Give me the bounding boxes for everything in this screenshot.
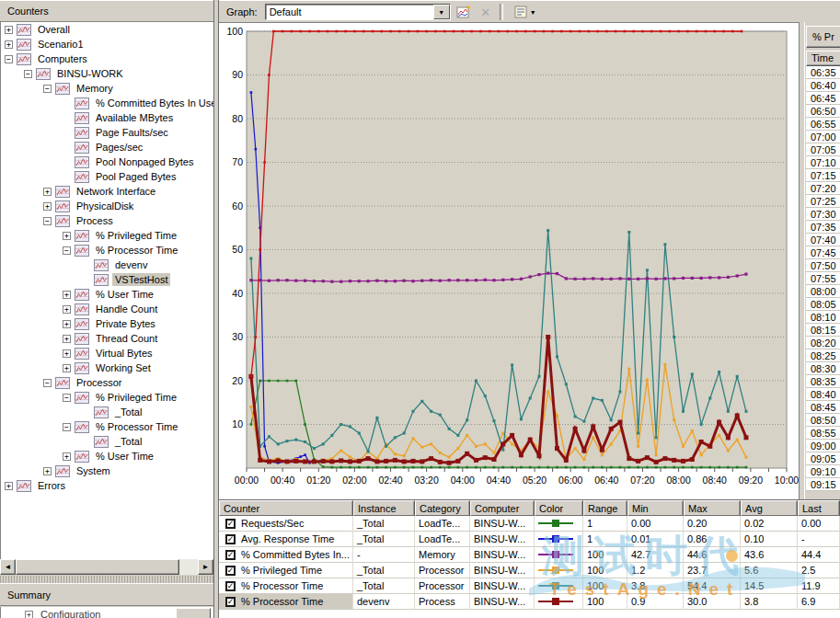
time-row[interactable]: 08:40	[806, 388, 840, 401]
counter-cell[interactable]: ✓Avg. Response Time	[219, 532, 353, 547]
counter-checkbox[interactable]: ✓	[225, 550, 236, 560]
tree-item-vstesthost[interactable]: VSTestHost	[1, 272, 213, 287]
collapse-icon[interactable]: −	[43, 217, 52, 225]
legend-column-header-counter[interactable]: Counter	[219, 500, 353, 516]
time-row[interactable]: 08:55	[806, 427, 840, 440]
counter-cell[interactable]: ✓Requests/Sec	[219, 516, 353, 532]
tree-item-errors[interactable]: +Errors	[1, 478, 213, 493]
time-row[interactable]: 09:10	[806, 465, 840, 478]
time-row[interactable]: 07:25	[806, 195, 840, 208]
collapse-icon[interactable]: −	[24, 70, 32, 78]
time-row[interactable]: 06:40	[806, 79, 840, 92]
expand-icon[interactable]: +	[5, 482, 13, 490]
tree-item-overall[interactable]: +Overall	[1, 22, 213, 37]
time-row[interactable]: 09:15	[806, 478, 840, 491]
scroll-right-button[interactable]: ►	[198, 559, 213, 575]
summary-section-header[interactable]: Summary	[0, 583, 213, 606]
configuration-tree-item[interactable]: + Configuration	[25, 609, 100, 618]
time-row[interactable]: 07:55	[806, 272, 840, 285]
tree-item--processor-time[interactable]: −% Processor Time	[1, 419, 213, 434]
expand-icon[interactable]: +	[5, 40, 13, 49]
counter-cell[interactable]: ✓% Privileged Time	[219, 563, 353, 578]
counter-checkbox[interactable]: ✓	[225, 534, 236, 544]
collapse-icon[interactable]: −	[43, 85, 52, 93]
vertical-splitter-right[interactable]	[799, 22, 805, 499]
time-row[interactable]: 08:05	[806, 298, 840, 311]
legend-column-header-avg[interactable]: Avg	[741, 500, 798, 516]
tree-item-processor[interactable]: −Processor	[1, 375, 213, 390]
collapse-icon[interactable]: −	[5, 55, 13, 63]
tree-item-pages-sec[interactable]: Pages/sec	[1, 140, 213, 154]
legend-row--processor-time[interactable]: ✓% Processor Time_TotalProcessorBINSU-W.…	[219, 578, 840, 594]
value-column-header[interactable]: % Pr	[806, 26, 840, 48]
time-row[interactable]: 07:20	[806, 182, 840, 195]
expand-icon[interactable]: +	[5, 26, 13, 34]
time-row[interactable]: 07:40	[806, 234, 840, 246]
legend-column-header-min[interactable]: Min	[627, 500, 684, 516]
tree-expander-icon[interactable]: +	[25, 611, 33, 618]
legend-column-header-computer[interactable]: Computer	[470, 500, 535, 516]
time-row[interactable]: 08:45	[806, 401, 840, 414]
tree-item--user-time[interactable]: +% User Time	[1, 287, 213, 302]
graph-select-combobox[interactable]: Default ▼	[265, 4, 451, 20]
tree-item--processor-time[interactable]: −% Processor Time	[1, 243, 213, 258]
time-row[interactable]: 06:45	[806, 92, 840, 105]
counters-tree[interactable]: +Overall+Scenario1−Computers−BINSU-WORK−…	[0, 21, 214, 560]
time-row[interactable]: 08:30	[806, 362, 840, 375]
combobox-dropdown-arrow-icon[interactable]: ▼	[433, 5, 450, 19]
time-row[interactable]: 07:00	[806, 131, 840, 143]
time-row[interactable]: 07:15	[806, 169, 840, 182]
time-row[interactable]: 08:15	[806, 324, 840, 337]
legend-column-header-instance[interactable]: Instance	[353, 500, 415, 516]
time-row[interactable]: 06:50	[806, 105, 840, 118]
time-row[interactable]: 08:50	[806, 414, 840, 427]
tree-item-physicaldisk[interactable]: +PhysicalDisk	[1, 199, 213, 213]
tree-item-working-set[interactable]: +Working Set	[1, 360, 213, 375]
time-row[interactable]: 08:25	[806, 349, 840, 362]
tree-item-available-mbytes[interactable]: Available MBytes	[1, 110, 213, 125]
tree-item-pool-nonpaged-bytes[interactable]: Pool Nonpaged Bytes	[1, 154, 213, 169]
tree-item-process[interactable]: −Process	[1, 213, 213, 228]
tree-item--user-time[interactable]: +% User Time	[1, 449, 213, 464]
new-graph-button[interactable]: ✦	[455, 3, 473, 21]
legend-column-header-max[interactable]: Max	[684, 500, 741, 516]
tree-item-devenv[interactable]: devenv	[1, 258, 213, 272]
expand-icon[interactable]: +	[63, 320, 71, 328]
expand-icon[interactable]: +	[63, 291, 71, 299]
legend-row--processor-time[interactable]: ✓% Processor TimedevenvProcessBINSU-W...…	[219, 594, 840, 610]
time-row[interactable]: 08:10	[806, 311, 840, 324]
time-row[interactable]: 07:30	[806, 208, 840, 221]
tree-item--committed-bytes-in-use[interactable]: % Committed Bytes In Use	[1, 96, 213, 110]
time-row[interactable]: 07:05	[806, 143, 840, 156]
time-row[interactable]: 09:00	[806, 440, 840, 452]
tree-item-thread-count[interactable]: +Thread Count	[1, 331, 213, 346]
tree-item-scenario1[interactable]: +Scenario1	[1, 37, 213, 52]
time-row[interactable]: 09:05	[806, 452, 840, 465]
tree-item-computers[interactable]: −Computers	[1, 52, 213, 66]
expand-icon[interactable]: +	[63, 305, 71, 314]
counter-checkbox[interactable]: ✓	[225, 597, 236, 607]
tree-item-pool-paged-bytes[interactable]: Pool Paged Bytes	[1, 169, 213, 184]
legend-row-avg-response-time[interactable]: ✓Avg. Response Time_TotalLoadTe...BINSU-…	[219, 532, 840, 547]
tree-item-network-interface[interactable]: +Network Interface	[1, 184, 213, 199]
counter-checkbox[interactable]: ✓	[225, 566, 236, 576]
counter-cell[interactable]: ✓% Processor Time	[219, 594, 353, 610]
time-row[interactable]: 06:35	[806, 66, 840, 79]
horizontal-splitter[interactable]	[0, 576, 213, 583]
counter-cell[interactable]: ✓% Processor Time	[219, 578, 353, 594]
legend-column-header-color[interactable]: Color	[535, 500, 583, 516]
expand-icon[interactable]: +	[43, 188, 52, 196]
counter-checkbox[interactable]: ✓	[225, 519, 236, 529]
time-row[interactable]: 08:00	[806, 285, 840, 298]
expand-icon[interactable]: +	[43, 467, 52, 475]
legend-column-header-range[interactable]: Range	[583, 500, 627, 516]
tree-item-memory[interactable]: −Memory	[1, 81, 213, 96]
tree-item-page-faults-sec[interactable]: Page Faults/sec	[1, 125, 213, 140]
legend-column-header-last[interactable]: Last	[798, 500, 840, 516]
tree-item-handle-count[interactable]: +Handle Count	[1, 302, 213, 316]
legend-column-header-category[interactable]: Category	[415, 500, 470, 516]
expand-icon[interactable]: +	[63, 452, 71, 461]
legend-row--privileged-time[interactable]: ✓% Privileged Time_TotalProcessorBINSU-W…	[219, 563, 840, 578]
time-row[interactable]: 06:55	[806, 118, 840, 131]
counter-cell[interactable]: ✓% Committed Bytes In...	[219, 547, 353, 563]
